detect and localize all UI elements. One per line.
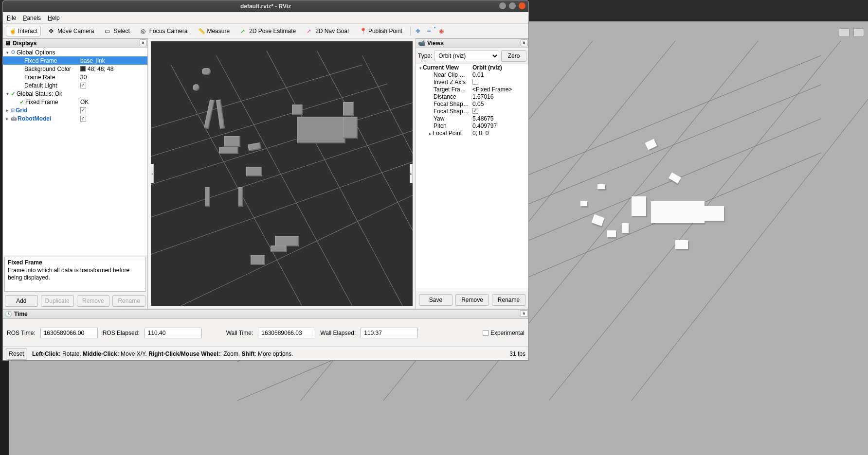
log-icon[interactable] <box>853 28 864 37</box>
checkbox-checked-icon[interactable] <box>80 116 86 122</box>
titlebar[interactable]: default.rviz* - RViz <box>3 0 528 12</box>
tree-fixed-frame[interactable]: Fixed Frame base_link <box>3 56 147 65</box>
desktop-tray-icons <box>839 28 864 37</box>
menu-file[interactable]: File <box>7 15 16 21</box>
menu-panels[interactable]: Panels <box>23 15 41 21</box>
wall-elapsed-label: Wall Elapsed: <box>320 330 356 336</box>
tool-interact[interactable]: ☝ Interact <box>6 26 41 36</box>
checkbox-checked-icon[interactable] <box>80 83 86 88</box>
views-save-button[interactable]: Save <box>419 294 452 306</box>
close-icon[interactable]: × <box>521 39 527 46</box>
views-pitch[interactable]: Pitch0.409797 <box>416 122 528 130</box>
views-target-frame[interactable]: Target Fra…<Fixed Frame> <box>416 86 528 93</box>
gear-icon: ⚙ <box>11 49 16 55</box>
add-button[interactable]: Add <box>5 295 38 307</box>
center-column: ◂ ▸ <box>148 38 416 309</box>
tool-focus-camera[interactable]: ◎ Focus Camera <box>138 26 191 36</box>
main-3d-viewport[interactable]: ◂ ▸ <box>151 41 413 306</box>
minimize-button[interactable] <box>499 2 506 9</box>
select-icon: ▭ <box>105 28 111 35</box>
wall-elapsed-field[interactable] <box>361 328 418 338</box>
checkbox-checked-icon[interactable] <box>472 108 478 114</box>
close-icon[interactable]: × <box>140 39 146 46</box>
reset-button[interactable]: Reset <box>6 348 27 360</box>
svg-line-8 <box>632 99 868 401</box>
screenshot-icon[interactable] <box>839 28 850 37</box>
toolbar-separator <box>410 26 411 36</box>
tool-publish-point[interactable]: 📍 Publish Point <box>357 26 405 36</box>
record-icon[interactable]: ◉ <box>439 28 446 35</box>
maximize-button[interactable] <box>509 2 516 9</box>
statusbar: Reset Left-Click: Rotate. Middle-Click: … <box>3 347 528 360</box>
views-panel-header[interactable]: 📹 Views × <box>416 38 528 48</box>
status-hint: Left-Click: Rotate. Middle-Click: Move X… <box>32 350 505 357</box>
ros-time-label: ROS Time: <box>7 330 36 336</box>
focus-icon: ◎ <box>141 28 147 35</box>
toolbar: ☝ Interact ✥ Move Camera ▭ Select ◎ Focu… <box>3 24 528 38</box>
tree-robotmodel[interactable]: ▸🤖 RobotModel <box>3 114 147 122</box>
close-button[interactable] <box>519 2 525 9</box>
svg-line-15 <box>171 65 302 306</box>
tree-frame-rate[interactable]: Frame Rate 30 <box>3 73 147 81</box>
views-tree[interactable]: ▾Current View Orbit (rviz) Near Clip …0.… <box>416 64 528 291</box>
tree-global-options[interactable]: ▾⚙ Global Options <box>3 48 147 56</box>
plus-icon[interactable]: ✚ <box>416 28 422 35</box>
views-remove-button[interactable]: Remove <box>455 294 489 306</box>
displays-tree[interactable]: ▾⚙ Global Options Fixed Frame base_link … <box>3 48 147 255</box>
camera-icon: 📹 <box>418 40 425 47</box>
arrow-pink-icon: ➚ <box>307 28 313 35</box>
menu-help[interactable]: Help <box>48 15 60 21</box>
views-yaw[interactable]: Yaw5.48675 <box>416 115 528 122</box>
views-panel: 📹 Views × Type: Orbit (rviz) Zero ▾Curre… <box>416 38 528 309</box>
tree-grid[interactable]: ▸⊞ Grid <box>3 106 147 114</box>
views-distance[interactable]: Distance1.67016 <box>416 93 528 101</box>
tree-background-color[interactable]: Background Color 48; 48; 48 <box>3 65 147 73</box>
tree-default-light[interactable]: Default Light <box>3 81 147 89</box>
grid-plane <box>151 41 413 306</box>
duplicate-button: Duplicate <box>41 295 74 307</box>
remove-button: Remove <box>77 295 110 307</box>
tool-2d-pose-estimate[interactable]: ➚ 2D Pose Estimate <box>237 26 299 36</box>
ros-elapsed-field[interactable] <box>145 328 202 338</box>
views-focal-shape-fixed[interactable]: Focal Shap… <box>416 108 528 115</box>
minus-icon[interactable]: ━▾ <box>427 28 434 35</box>
pointer-icon: ☝ <box>9 28 16 35</box>
close-icon[interactable]: × <box>521 310 527 317</box>
zero-button[interactable]: Zero <box>501 50 526 62</box>
ros-elapsed-label: ROS Elapsed: <box>103 330 140 336</box>
property-description: Fixed Frame Frame into which all data is… <box>4 257 146 292</box>
svg-line-17 <box>267 51 402 306</box>
tool-select[interactable]: ▭ Select <box>102 26 132 36</box>
views-focal-shape-size[interactable]: Focal Shap…0.05 <box>416 101 528 108</box>
tree-gs-fixed-frame[interactable]: ✓ Fixed Frame OK <box>3 98 147 106</box>
views-near-clip[interactable]: Near Clip …0.01 <box>416 71 528 79</box>
fps-readout: 31 fps <box>509 350 525 357</box>
check-icon: ✓ <box>11 90 16 97</box>
displays-panel-header[interactable]: 🖥 Displays × <box>3 38 147 48</box>
splitter-left[interactable]: ◂ <box>151 164 154 183</box>
tool-2d-nav-goal[interactable]: ➚ 2D Nav Goal <box>304 26 352 36</box>
views-current-view[interactable]: ▾Current View Orbit (rviz) <box>416 64 528 71</box>
experimental-toggle[interactable]: Experimental <box>483 330 524 336</box>
robot-icon: 🤖 <box>11 116 17 121</box>
rviz-main-window: default.rviz* - RViz File Panels Help ☝ … <box>2 0 529 361</box>
views-rename-button[interactable]: Rename <box>492 294 525 306</box>
splitter-right[interactable]: ▸ <box>410 164 413 183</box>
checkbox-icon[interactable] <box>483 330 488 336</box>
tool-measure[interactable]: 📏 Measure <box>195 26 233 36</box>
wall-time-field[interactable] <box>258 328 315 338</box>
checkbox-checked-icon[interactable] <box>80 107 86 113</box>
views-type-select[interactable]: Orbit (rviz) <box>434 51 499 61</box>
check-icon: ✓ <box>19 99 24 105</box>
ros-time-field[interactable] <box>40 328 98 338</box>
views-invert-z[interactable]: Invert Z Axis <box>416 79 528 86</box>
svg-line-19 <box>362 55 413 192</box>
time-panel-header[interactable]: 🕓 Time × <box>3 309 528 319</box>
views-focal-point[interactable]: ▸Focal Point0; 0; 0 <box>416 130 528 137</box>
tool-move-camera[interactable]: ✥ Move Camera <box>46 26 97 36</box>
tree-global-status[interactable]: ▾✓ Global Status: Ok <box>3 89 147 98</box>
window-title: default.rviz* - RViz <box>240 3 291 10</box>
rename-button: Rename <box>112 295 145 307</box>
clock-icon: 🕓 <box>5 311 12 317</box>
checkbox-icon[interactable] <box>472 79 478 85</box>
